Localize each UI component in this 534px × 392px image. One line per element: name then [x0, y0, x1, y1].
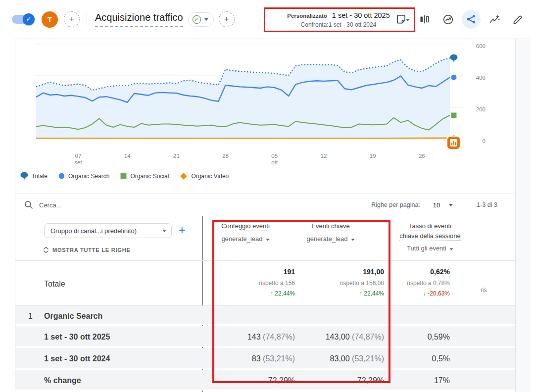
cell-percent: (74,87%)	[261, 333, 295, 341]
column-title: Eventi chiave	[311, 222, 349, 231]
legend-item-totale[interactable]: Totale	[20, 172, 48, 180]
column-title: Tasso di eventi	[409, 222, 451, 231]
collapsed-side-panel	[515, 39, 531, 392]
cell-value: 143	[247, 333, 261, 341]
toolbar-divider	[87, 12, 87, 26]
chevron-down-icon	[162, 230, 166, 232]
row-dimension: 1 set - 30 ott 2024	[44, 354, 110, 363]
x-axis-label: 14	[124, 153, 131, 159]
table-row[interactable]: 1 set - 30 ott 2025 143 (74,87%) 143,00 …	[15, 326, 515, 347]
totale-pin-icon	[20, 172, 28, 180]
totale-label: Totale	[44, 280, 65, 289]
x-axis-label: 26	[419, 153, 425, 159]
annotation-box-date-range: Personalizzato 1 set - 30 ott 2025 Confr…	[264, 7, 415, 32]
chevron-down-icon[interactable]	[449, 204, 453, 206]
chart-anomaly-badge[interactable]	[447, 136, 460, 149]
legend-label: Totale	[32, 173, 48, 180]
cell-value: 143,00	[326, 333, 350, 341]
table-row[interactable]: % change 72,29% 72,29% 17%	[15, 370, 515, 391]
search-icon	[24, 200, 33, 209]
legend-item-organic-search[interactable]: Organic Search	[58, 173, 109, 180]
table-controls-row: Righe per pagina: 10 1-3 di 3	[15, 194, 514, 216]
metric-approved-selector[interactable]: ✓	[188, 12, 214, 27]
circle-marker	[451, 75, 457, 80]
pagination-range: 1-3 di 3	[477, 201, 497, 208]
show-all-rows-button[interactable]: MOSTRA TUTTE LE RIGHE	[43, 246, 131, 253]
cell-value: 17%	[434, 376, 450, 385]
cell-value: 83,00	[330, 354, 350, 363]
row-dimension: % change	[44, 376, 81, 385]
column-title: Conteggio eventi	[221, 222, 270, 231]
x-axis-label: 07	[75, 153, 82, 159]
comparison-icon[interactable]	[415, 10, 434, 29]
square-marker-icon	[120, 173, 127, 179]
dimension-selector[interactable]: Gruppo di canal...i predefinito)	[44, 223, 172, 238]
legend-label: Organic Social	[130, 173, 169, 180]
x-axis-label: 12	[321, 153, 327, 159]
table-row[interactable]: 1 set - 30 ott 2024 83 (53,21%) 83,00 (5…	[15, 348, 515, 369]
cell-value: 72,29%	[268, 376, 295, 385]
y-axis-label: 0	[483, 138, 485, 144]
clipped-column-text: ris	[481, 287, 487, 294]
report-card: 600400200007set14212805ott121926 Totale …	[15, 39, 531, 392]
segment-avatar[interactable]: T	[42, 11, 58, 28]
insights-icon[interactable]	[438, 10, 457, 29]
column-metric-selector[interactable]: generate_lead	[221, 235, 262, 243]
legend-label: Organic Search	[68, 173, 109, 180]
date-range-value: 1 set - 30 ott 2025	[332, 11, 390, 21]
row-dimension: 1 set - 30 ott 2025	[44, 333, 110, 342]
cell-value: 0,59%	[428, 333, 450, 341]
x-axis-label: 19	[370, 153, 376, 159]
edit-icon[interactable]	[508, 10, 527, 29]
column-header-conteggio-eventi[interactable]: Conteggio eventi generate_lead	[198, 221, 292, 243]
chart-toggle[interactable]: ✓	[12, 14, 35, 24]
add-metric-button[interactable]: +	[219, 11, 235, 27]
cell-value: 0,5%	[432, 354, 450, 363]
date-compare-value: Confronta:1 set - 30 ott 2024	[301, 21, 377, 29]
legend-label: Organic Video	[191, 173, 229, 180]
legend-item-organic-video[interactable]: Organic Video	[180, 172, 229, 180]
totale-compare: rispetto a 156	[201, 278, 295, 289]
row-number: 1	[28, 312, 33, 321]
show-all-rows-label: MOSTRA TUTTE LE RIGHE	[52, 247, 131, 253]
table-row[interactable]: 1 Organic Search	[15, 306, 515, 325]
column-metric-selector[interactable]: generate_lead	[306, 235, 347, 243]
column-metric-selector[interactable]: Tutti gli eventi	[407, 245, 446, 252]
y-axis-label: 400	[476, 75, 485, 81]
check-circle-icon: ✓	[193, 15, 201, 24]
column-header-eventi-chiave[interactable]: Eventi chiave generate_lead	[284, 221, 378, 243]
line-chart-svg: 600400200007set14212805ott121926	[15, 39, 514, 194]
x-axis-label: 21	[173, 153, 180, 159]
circle-marker-icon	[58, 173, 65, 179]
legend-item-organic-social[interactable]: Organic Social	[120, 173, 169, 180]
area-fill	[36, 58, 450, 139]
add-dimension-button[interactable]: +	[179, 224, 185, 237]
search-input[interactable]	[39, 201, 188, 209]
add-segment-button[interactable]: +	[64, 11, 80, 27]
x-axis-label: 05	[271, 153, 278, 159]
x-axis-sublabel: ott	[271, 159, 278, 165]
date-range-selector[interactable]: Personalizzato 1 set - 30 ott 2025 Confr…	[271, 11, 406, 29]
column-title: chiave della sessione	[399, 232, 461, 241]
totale-pin-marker	[450, 54, 458, 62]
cell-percent: (53,21%)	[261, 354, 295, 363]
totale-change: ↓ -20,63%	[356, 289, 450, 299]
x-axis-sublabel: set	[74, 159, 82, 165]
share-icon[interactable]	[462, 10, 481, 29]
table-row-totale: Totale 191 rispetto a 156 ↑ 22,44% 191,0…	[15, 261, 515, 306]
report-title[interactable]: Acquisizione traffico	[95, 12, 183, 27]
sparkline-icon[interactable]	[485, 10, 504, 29]
date-preset-label: Personalizzato	[287, 12, 327, 20]
rows-per-page-value[interactable]: 10	[433, 201, 440, 209]
chevron-down-icon	[266, 239, 269, 241]
chevron-down-icon	[204, 18, 208, 21]
toolbar: ✓ T + Acquisizione traffico ✓ + Personal…	[0, 0, 534, 39]
totale-change: ↑ 22,44%	[201, 289, 295, 299]
ga4-report-screen: ✓ T + Acquisizione traffico ✓ + Personal…	[0, 0, 534, 392]
diamond-marker-icon	[180, 172, 188, 180]
column-header-tasso-eventi[interactable]: Tasso di eventichiave della sessione Tut…	[381, 221, 480, 252]
totale-compare: rispetto a 0,78%	[356, 278, 450, 289]
traffic-chart[interactable]: 600400200007set14212805ott121926	[15, 39, 514, 194]
rows-per-page-label: Righe per pagina:	[371, 201, 420, 208]
toggle-check-icon: ✓	[23, 13, 35, 25]
